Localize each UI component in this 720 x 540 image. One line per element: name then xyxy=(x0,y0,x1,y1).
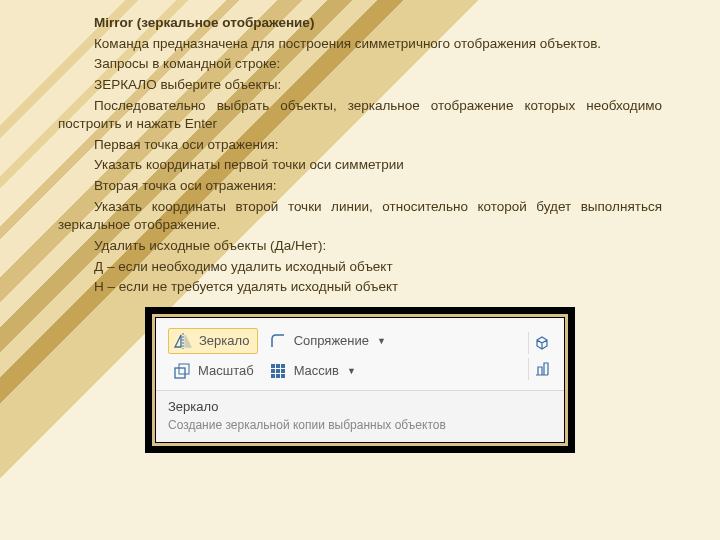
svg-rect-7 xyxy=(281,369,285,373)
para-purpose: Команда предназначена для построения сим… xyxy=(58,35,662,54)
para-delete-yes: Д – если необходимо удалить исходный объ… xyxy=(58,258,662,277)
mirror-label: Зеркало xyxy=(199,333,249,348)
tooltip-title: Зеркало xyxy=(168,399,552,414)
svg-rect-2 xyxy=(271,364,275,368)
svg-rect-5 xyxy=(271,369,275,373)
cube-icon[interactable] xyxy=(528,332,550,354)
array-label: Массив xyxy=(294,363,339,378)
svg-rect-3 xyxy=(276,364,280,368)
svg-rect-1 xyxy=(179,364,189,374)
fillet-label: Сопряжение xyxy=(294,333,369,348)
svg-rect-6 xyxy=(276,369,280,373)
heading-mirror: Mirror (зеркальное отображение) xyxy=(58,14,662,33)
para-prompts-label: Запросы в командной строке: xyxy=(58,55,662,74)
scale-button[interactable]: Масштаб xyxy=(168,358,258,384)
svg-rect-9 xyxy=(276,374,280,378)
para-second-point: Вторая точка оси отражения: xyxy=(58,177,662,196)
align-icon[interactable] xyxy=(528,358,550,380)
svg-rect-8 xyxy=(271,374,275,378)
para-first-point: Первая точка оси отражения: xyxy=(58,136,662,155)
tooltip: Зеркало Создание зеркальной копии выбран… xyxy=(156,390,564,442)
mirror-icon xyxy=(173,331,193,351)
mirror-button[interactable]: Зеркало xyxy=(168,328,258,354)
array-button[interactable]: Массив ▼ xyxy=(264,358,390,384)
para-select-objects: ЗЕРКАЛО выберите объекты: xyxy=(58,76,662,95)
array-icon xyxy=(268,361,288,381)
scale-label: Масштаб xyxy=(198,363,254,378)
para-second-point-desc: Указать координаты второй точки линии, о… xyxy=(58,198,662,235)
tooltip-desc: Создание зеркальной копии выбранных объе… xyxy=(168,418,552,432)
svg-rect-0 xyxy=(175,368,185,378)
para-first-point-desc: Указать координаты первой точки оси симм… xyxy=(58,156,662,175)
scale-icon xyxy=(172,361,192,381)
screenshot-frame: Зеркало Масштаб xyxy=(145,307,575,453)
ribbon-panel: Зеркало Масштаб xyxy=(156,318,564,442)
svg-rect-10 xyxy=(281,374,285,378)
para-delete-no: Н – если не требуется удалять исходный о… xyxy=(58,278,662,297)
para-delete-prompt: Удалить исходные объекты (Да/Нет): xyxy=(58,237,662,256)
chevron-down-icon: ▼ xyxy=(377,336,386,346)
fillet-button[interactable]: Сопряжение ▼ xyxy=(264,328,390,354)
fillet-icon xyxy=(268,331,288,351)
para-select-desc: Последовательно выбрать объекты, зеркаль… xyxy=(58,97,662,134)
svg-rect-4 xyxy=(281,364,285,368)
chevron-down-icon: ▼ xyxy=(347,366,356,376)
document-body: Mirror (зеркальное отображение) Команда … xyxy=(0,0,720,297)
